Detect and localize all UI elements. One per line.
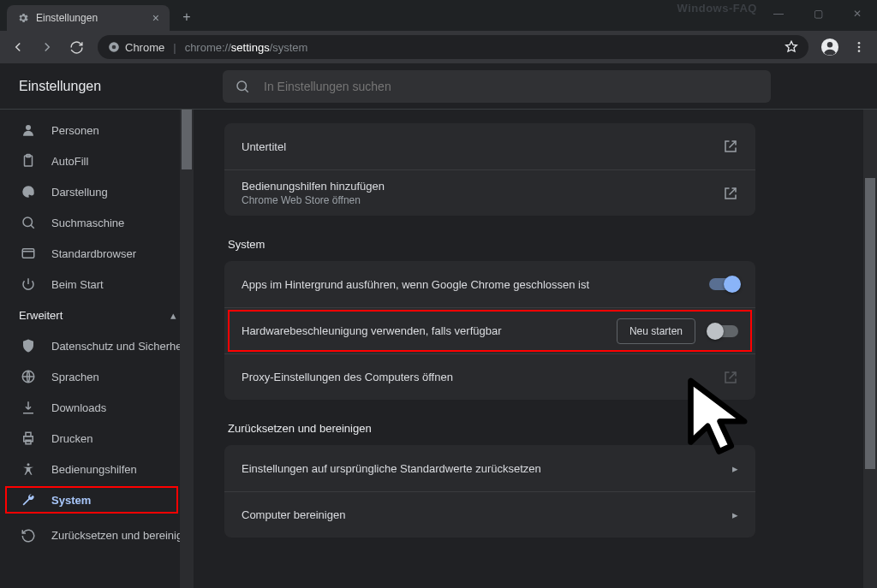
external-link-icon xyxy=(723,186,738,201)
sidebar-item-autofill[interactable]: AutoFill xyxy=(0,146,194,176)
svg-rect-15 xyxy=(26,432,31,437)
svg-point-7 xyxy=(237,81,247,91)
svg-point-4 xyxy=(858,42,861,45)
row-add-accessibility[interactable]: Bedienungshilfen hinzufügen Chrome Web S… xyxy=(224,169,755,216)
sidebar-label: Bedienungshilfen xyxy=(51,463,137,476)
reload-button[interactable] xyxy=(63,34,89,60)
accessibility-icon xyxy=(21,461,36,477)
window-minimize[interactable]: — xyxy=(759,0,798,27)
scroll-thumb[interactable] xyxy=(865,178,875,469)
sidebar-label: Darstellung xyxy=(51,186,108,199)
sidebar-item-darstellung[interactable]: Darstellung xyxy=(0,176,194,207)
sidebar-item-datenschutz[interactable]: Datenschutz und Sicherheit xyxy=(0,330,194,361)
window-close[interactable]: ✕ xyxy=(838,0,877,27)
browser-toolbar: Chrome | chrome://settings/system xyxy=(0,31,877,63)
svg-point-1 xyxy=(112,45,116,50)
restart-button[interactable]: Neu starten xyxy=(617,318,695,344)
row-label: Einstellungen auf ursprüngliche Standard… xyxy=(242,462,732,475)
page-title: Einstellungen xyxy=(0,79,194,94)
row-label: Proxy-Einstellungen des Computers öffnen xyxy=(242,371,723,383)
settings-search[interactable] xyxy=(223,70,771,103)
row-label: Untertitel xyxy=(242,140,723,153)
chrome-logo-icon xyxy=(108,41,120,53)
sidebar-label: Downloads xyxy=(51,401,106,414)
sidebar-label: AutoFill xyxy=(51,155,88,168)
section-title-system: System xyxy=(224,233,755,261)
palette-icon xyxy=(21,184,36,199)
address-bar[interactable]: Chrome | chrome://settings/system xyxy=(98,35,808,59)
chevron-up-icon: ▴ xyxy=(170,309,176,322)
sidebar-item-beim-start[interactable]: Beim Start xyxy=(0,269,194,300)
row-sublabel: Chrome Web Store öffnen xyxy=(242,194,385,206)
sidebar-scrollbar[interactable] xyxy=(180,110,194,588)
toggle-background-apps[interactable] xyxy=(709,278,738,290)
row-background-apps[interactable]: Apps im Hintergrund ausführen, wenn Goog… xyxy=(224,261,755,307)
main-scrollbar[interactable] xyxy=(863,110,877,588)
profile-button[interactable] xyxy=(817,34,843,60)
search-icon xyxy=(21,215,36,230)
row-untertitel[interactable]: Untertitel xyxy=(224,123,755,169)
person-icon xyxy=(21,122,36,138)
wrench-icon xyxy=(21,492,36,508)
sidebar-item-downloads[interactable]: Downloads xyxy=(0,392,194,423)
card-system: Apps im Hintergrund ausführen, wenn Goog… xyxy=(224,261,755,400)
globe-icon xyxy=(21,369,36,384)
bookmark-icon[interactable] xyxy=(785,40,798,54)
sidebar-label: Drucken xyxy=(51,432,92,445)
omnibox-separator: | xyxy=(173,41,176,54)
sidebar-item-suchmaschine[interactable]: Suchmaschine xyxy=(0,207,194,238)
sidebar-label: Suchmaschine xyxy=(51,217,124,229)
sidebar-item-bedienungshilfen[interactable]: Bedienungshilfen xyxy=(0,454,194,484)
power-icon xyxy=(21,276,36,292)
browser-tab[interactable]: Einstellungen × xyxy=(7,5,170,31)
window-controls: — ▢ ✕ xyxy=(759,0,877,27)
scroll-thumb[interactable] xyxy=(182,110,192,169)
sidebar-item-system[interactable]: System xyxy=(0,484,194,515)
settings-search-input[interactable] xyxy=(262,79,759,94)
clipboard-icon xyxy=(21,153,36,169)
section-title-reset: Zurücksetzen und bereinigen xyxy=(224,417,755,445)
window-maximize[interactable]: ▢ xyxy=(798,0,838,27)
sidebar-item-sprachen[interactable]: Sprachen xyxy=(0,361,194,392)
sidebar-item-standardbrowser[interactable]: Standardbrowser xyxy=(0,238,194,269)
sidebar-label: System xyxy=(51,494,91,507)
close-icon[interactable]: × xyxy=(152,11,159,25)
external-link-icon xyxy=(723,139,738,154)
chevron-right-icon: ▸ xyxy=(732,462,738,475)
sidebar-item-drucken[interactable]: Drucken xyxy=(0,423,194,454)
gear-icon xyxy=(17,12,29,24)
svg-point-11 xyxy=(23,217,33,227)
toggle-hardware-accel[interactable] xyxy=(709,325,738,337)
chevron-right-icon: ▸ xyxy=(732,508,738,521)
page-header: Einstellungen xyxy=(0,63,877,110)
new-tab-button[interactable]: + xyxy=(175,5,199,29)
reset-icon xyxy=(21,528,36,543)
sidebar-label: Personen xyxy=(51,124,99,137)
window-titlebar: Einstellungen × + Windows-FAQ — ▢ ✕ xyxy=(0,0,877,31)
sidebar-label: Datenschutz und Sicherheit xyxy=(51,340,188,353)
settings-main: Untertitel Bedienungshilfen hinzufügen C… xyxy=(194,63,877,588)
svg-rect-12 xyxy=(22,249,34,258)
row-cleanup[interactable]: Computer bereinigen ▸ xyxy=(224,491,755,538)
tab-title: Einstellungen xyxy=(36,12,98,24)
shield-icon xyxy=(21,338,36,353)
sidebar-label: Standardbrowser xyxy=(51,247,136,260)
sidebar-label: Beim Start xyxy=(51,278,104,291)
watermark: Windows-FAQ xyxy=(677,2,758,15)
sidebar-item-zuruecksetzen[interactable]: Zurücksetzen und bereinigen xyxy=(0,515,194,556)
row-hardware-accel[interactable]: Hardwarebeschleunigung verwenden, falls … xyxy=(224,307,755,353)
forward-button[interactable] xyxy=(34,34,60,60)
row-label: Hardwarebeschleunigung verwenden, falls … xyxy=(242,324,617,337)
sidebar-section-erweitert[interactable]: Erweitert ▴ xyxy=(0,300,194,330)
back-button[interactable] xyxy=(5,34,31,60)
omnibox-secure-label: Chrome xyxy=(125,41,164,54)
row-label: Computer bereinigen xyxy=(242,508,732,521)
card-reset: Einstellungen auf ursprüngliche Standard… xyxy=(224,445,755,538)
svg-point-6 xyxy=(858,50,861,52)
menu-button[interactable] xyxy=(846,34,872,60)
row-proxy[interactable]: Proxy-Einstellungen des Computers öffnen xyxy=(224,353,755,400)
sidebar-item-personen[interactable]: Personen xyxy=(0,115,194,146)
row-reset-defaults[interactable]: Einstellungen auf ursprüngliche Standard… xyxy=(224,445,755,491)
download-icon xyxy=(21,400,36,415)
browser-icon xyxy=(21,246,36,261)
